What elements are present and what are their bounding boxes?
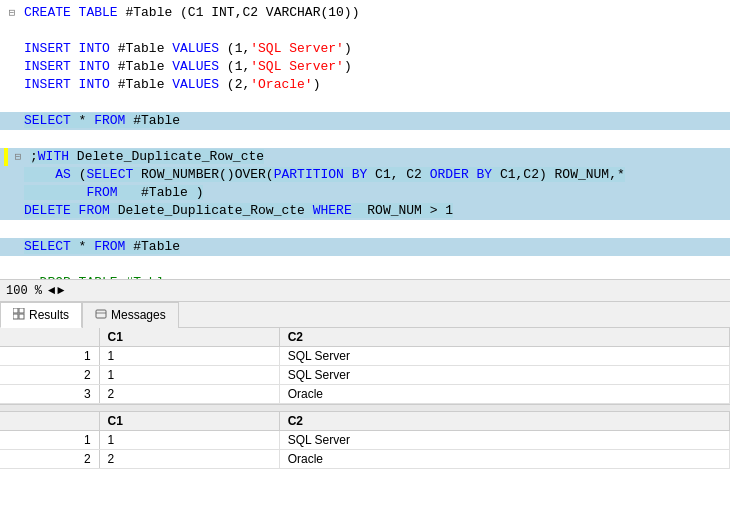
table1-col-c2: C2 [279,328,729,347]
collapse-marker-9[interactable]: ⊟ [10,148,26,166]
svg-rect-0 [13,308,18,313]
table-row: 1 1 SQL Server [0,431,730,450]
code-line-9: ⊟ ;WITH Delete_Duplicate_Row_cte [0,148,730,166]
svg-rect-4 [96,310,106,318]
tab-messages-label: Messages [111,308,166,322]
messages-icon [95,308,107,322]
row1-num: 1 [0,347,99,366]
t2-row1-c2: SQL Server [279,431,729,450]
yellow-line-marker [4,148,8,166]
t2-row2-c2: Oracle [279,450,729,469]
table-row: 2 1 SQL Server [0,366,730,385]
svg-rect-1 [19,308,24,313]
row3-c1: 2 [99,385,279,404]
table2-col-c1: C1 [99,412,279,431]
code-line-7: SELECT * FROM #Table [0,112,730,130]
code-line-12: DELETE FROM Delete_Duplicate_Row_cte WHE… [0,202,730,220]
table2-col-c2: C2 [279,412,729,431]
code-line-5: INSERT INTO #Table VALUES (2,'Oracle') [0,76,730,94]
table-divider [0,404,730,412]
t2-row1-c1: 1 [99,431,279,450]
t2-row2-c1: 2 [99,450,279,469]
table-row: 1 1 SQL Server [0,347,730,366]
row1-c1: 1 [99,347,279,366]
tab-results-label: Results [29,308,69,322]
svg-rect-3 [19,314,24,319]
tab-messages[interactable]: Messages [82,302,179,328]
code-line-10: AS (SELECT ROW_NUMBER()OVER(PARTITION BY… [0,166,730,184]
code-line-6 [0,94,730,112]
code-editor[interactable]: ⊟ CREATE TABLE #Table (C1 INT,C2 VARCHAR… [0,0,730,280]
code-line-4: INSERT INTO #Table VALUES (1,'SQL Server… [0,58,730,76]
row2-c1: 1 [99,366,279,385]
row1-c2: SQL Server [279,347,729,366]
table1-col-c1: C1 [99,328,279,347]
results-table-1: C1 C2 1 1 SQL Server 2 1 SQL Server 3 2 … [0,328,730,404]
table2-col-rownum [0,412,99,431]
table2-header-row: C1 C2 [0,412,730,431]
code-line-1: ⊟ CREATE TABLE #Table (C1 INT,C2 VARCHAR… [0,4,730,22]
code-line-11: FROM #Table ) [0,184,730,202]
code-line-3: INSERT INTO #Table VALUES (1,'SQL Server… [0,40,730,58]
results-section-1: C1 C2 1 1 SQL Server 2 1 SQL Server 3 2 … [0,328,730,404]
table1-col-rownum [0,328,99,347]
zoom-level: 100 % [6,284,42,298]
t2-row1-num: 1 [0,431,99,450]
results-tabs: Results Messages [0,302,730,328]
row3-c2: Oracle [279,385,729,404]
code-line-16: --DROP TABLE #Table [0,274,730,280]
table1-header-row: C1 C2 [0,328,730,347]
t2-row2-num: 2 [0,450,99,469]
results-table-2: C1 C2 1 1 SQL Server 2 2 Oracle [0,412,730,469]
scroll-right-icon[interactable]: ► [57,284,64,298]
code-line-13 [0,220,730,238]
code-line-14: SELECT * FROM #Table [0,238,730,256]
row2-num: 2 [0,366,99,385]
table-row: 3 2 Oracle [0,385,730,404]
row3-num: 3 [0,385,99,404]
row2-c2: SQL Server [279,366,729,385]
zoom-bar: 100 % ◄ ► [0,280,730,302]
code-line-2 [0,22,730,40]
tab-results[interactable]: Results [0,302,82,328]
results-grid-icon [13,308,25,322]
code-line-15 [0,256,730,274]
table-row: 2 2 Oracle [0,450,730,469]
results-section-2: C1 C2 1 1 SQL Server 2 2 Oracle [0,412,730,469]
code-line-8 [0,130,730,148]
scroll-left-icon[interactable]: ◄ [48,284,55,298]
svg-rect-2 [13,314,18,319]
collapse-marker-1[interactable]: ⊟ [4,4,20,22]
